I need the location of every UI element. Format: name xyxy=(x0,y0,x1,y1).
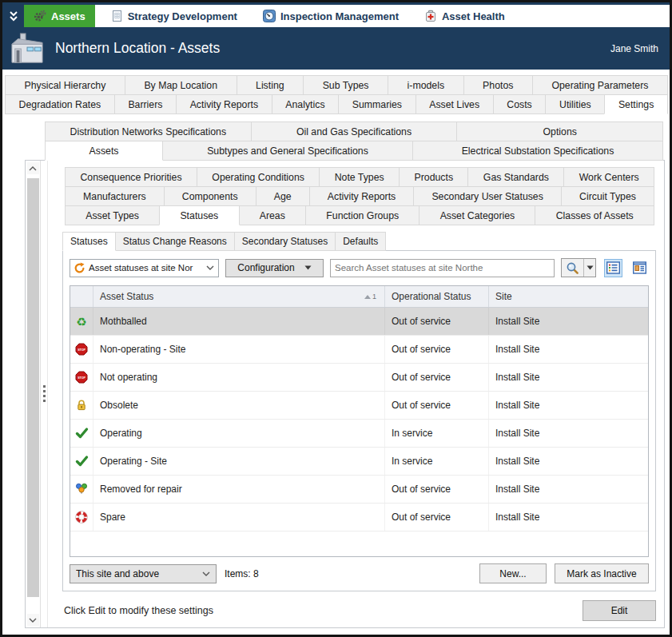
statuses-bottom-bar: This site and above Items: 8 New... Mark… xyxy=(63,557,655,591)
specs-tab-row-2: AssetsSubtypes and General Specification… xyxy=(42,141,665,161)
tab-activity-reports[interactable]: Activity Reports xyxy=(176,94,272,114)
double-chevron-down-icon xyxy=(8,10,19,22)
tab-barriers[interactable]: Barriers xyxy=(114,94,177,114)
tab-products[interactable]: Products xyxy=(399,167,468,187)
tab-secondary-user-statuses[interactable]: Secondary User Statuses xyxy=(413,186,562,206)
table-header: Asset Status 1 Operational Status Sit xyxy=(70,286,648,308)
gears-icon xyxy=(34,10,46,22)
chevron-down-icon xyxy=(206,265,214,270)
tab-operating-parameters[interactable]: Operating Parameters xyxy=(532,75,668,95)
tab-oil-and-gas-specifications[interactable]: Oil and Gas Specifications xyxy=(251,121,458,141)
tab-secondary-statuses[interactable]: Secondary Statuses xyxy=(234,232,336,251)
chevron-up-icon xyxy=(29,166,37,171)
stop-icon: STOP xyxy=(70,364,93,391)
statuses-toolbar: Asset statuses at site Nor Configuration xyxy=(63,251,655,285)
tab-gas-standards[interactable]: Gas Standards xyxy=(467,167,564,187)
mark-as-inactive-button[interactable]: Mark as Inactive xyxy=(555,563,649,583)
inner-tab-row-1: Consequence PrioritiesOperating Conditio… xyxy=(62,167,656,187)
svg-text:STOP: STOP xyxy=(78,376,85,380)
new-button[interactable]: New... xyxy=(479,563,547,583)
tab-photos[interactable]: Photos xyxy=(463,75,533,95)
caret-down-icon xyxy=(304,265,312,270)
current-user: Jane Smith xyxy=(610,43,658,54)
tab-summaries[interactable]: Summaries xyxy=(338,94,416,114)
tab-operating-conditions[interactable]: Operating Conditions xyxy=(197,167,320,187)
vertical-scrollbar[interactable] xyxy=(26,161,41,627)
tab-asset-lives[interactable]: Asset Lives xyxy=(416,94,494,114)
tab-sub-types[interactable]: Sub Types xyxy=(303,75,388,95)
row-non-operating-site[interactable]: STOP Non-operating - Site Out of service… xyxy=(70,336,648,364)
search-options-dropdown[interactable] xyxy=(583,259,595,277)
tab-listing[interactable]: Listing xyxy=(237,75,304,95)
search-button[interactable] xyxy=(561,258,596,277)
tab-classes-of-assets[interactable]: Classes of Assets xyxy=(535,205,654,225)
tab-activity-reports[interactable]: Activity Reports xyxy=(309,186,415,206)
row-not-operating[interactable]: STOP Not operating Out of service Instal… xyxy=(70,364,648,392)
header-icon-column[interactable] xyxy=(70,286,93,307)
tab-electrical-substation-specifications[interactable]: Electrical Substation Specifications xyxy=(412,141,663,161)
splitter-handle[interactable] xyxy=(41,161,48,627)
row-spare[interactable]: Spare Out of service Install Site xyxy=(70,504,648,531)
header-asset-status[interactable]: Asset Status 1 xyxy=(93,286,384,307)
module-tab-asset-health[interactable]: Asset Health xyxy=(415,5,515,27)
tab-physical-hierarchy[interactable]: Physical Hierarchy xyxy=(5,75,125,95)
stop-icon: STOP xyxy=(70,336,93,363)
tab-assets[interactable]: Assets xyxy=(45,141,163,161)
table-empty-area xyxy=(70,531,648,556)
tab-areas[interactable]: Areas xyxy=(239,205,307,225)
configuration-button[interactable]: Configuration xyxy=(225,259,324,277)
tab-utilities[interactable]: Utilities xyxy=(545,94,605,114)
tab-note-types[interactable]: Note Types xyxy=(319,167,400,187)
tab-costs[interactable]: Costs xyxy=(493,94,547,114)
scroll-up-button[interactable] xyxy=(27,162,39,174)
scope-combobox[interactable]: Asset statuses at site Nor xyxy=(70,259,219,277)
tab-consequence-priorities[interactable]: Consequence Priorities xyxy=(65,167,197,187)
tab-statuses[interactable]: Statuses xyxy=(62,232,116,251)
site-filter-select[interactable]: This site and above xyxy=(70,564,217,583)
tab-statuses[interactable]: Statuses xyxy=(159,205,239,225)
edit-button[interactable]: Edit xyxy=(583,600,656,621)
tab-options[interactable]: Options xyxy=(456,121,663,141)
check-icon xyxy=(70,420,93,447)
tab-manufacturers[interactable]: Manufacturers xyxy=(65,186,165,206)
tab-analytics[interactable]: Analytics xyxy=(272,94,339,114)
header-site[interactable]: Site xyxy=(488,286,648,307)
row-operating[interactable]: Operating In service Install Site xyxy=(70,420,648,448)
application-window: Assets Strategy Development Inspection M… xyxy=(0,0,672,637)
tab-row-1: Physical HierarchyBy Map LocationListing… xyxy=(2,75,670,95)
search-input[interactable] xyxy=(330,259,555,277)
scroll-down-button[interactable] xyxy=(27,614,39,626)
header-operational-status[interactable]: Operational Status xyxy=(384,286,488,307)
tab-by-map-location[interactable]: By Map Location xyxy=(125,75,237,95)
assets-settings-panel: Consequence PrioritiesOperating Conditio… xyxy=(25,160,665,628)
collapse-menu-button[interactable] xyxy=(2,5,24,27)
tab-asset-categories[interactable]: Asset Categories xyxy=(419,205,535,225)
row-removed-for-repair[interactable]: Removed for repair Out of service Instal… xyxy=(70,476,648,504)
tab-subtypes-and-general-specifications[interactable]: Subtypes and General Specifications xyxy=(162,141,413,161)
lifering-icon xyxy=(70,504,93,531)
card-view-button[interactable] xyxy=(630,259,649,277)
row-operating-site[interactable]: Operating - Site In service Install Site xyxy=(70,448,648,476)
tab-defaults[interactable]: Defaults xyxy=(335,232,386,251)
tab-degradation-rates[interactable]: Degradation Rates xyxy=(5,94,115,114)
statuses-section: StatusesStatus Change ReasonsSecondary S… xyxy=(62,232,656,591)
tab-age[interactable]: Age xyxy=(256,186,310,206)
tab-status-change-reasons[interactable]: Status Change Reasons xyxy=(115,232,235,251)
tab-work-centers[interactable]: Work Centers xyxy=(563,167,654,187)
tab-distribution-networks-specifications[interactable]: Distribution Networks Specifications xyxy=(45,121,252,141)
module-tab-inspection-management[interactable]: Inspection Management xyxy=(253,5,408,27)
tab-function-groups[interactable]: Function Groups xyxy=(305,205,420,225)
module-tab-assets[interactable]: Assets xyxy=(24,5,95,27)
tab-components[interactable]: Components xyxy=(164,186,256,206)
row-obsolete[interactable]: Obsolete Out of service Install Site xyxy=(70,392,648,420)
tab-settings[interactable]: Settings xyxy=(604,94,668,114)
row-mothballed[interactable]: ♻ Mothballed Out of service Install Site xyxy=(70,308,648,336)
list-view-button[interactable] xyxy=(604,259,622,277)
tab-asset-types[interactable]: Asset Types xyxy=(65,205,160,225)
document-icon xyxy=(111,10,123,22)
tab-circuit-types[interactable]: Circuit Types xyxy=(561,186,654,206)
scrollbar-thumb[interactable] xyxy=(27,178,39,597)
scrollbar-track[interactable] xyxy=(27,176,39,612)
tab-i-models[interactable]: i-models xyxy=(388,75,464,95)
module-tab-strategy-development[interactable]: Strategy Development xyxy=(101,5,247,27)
